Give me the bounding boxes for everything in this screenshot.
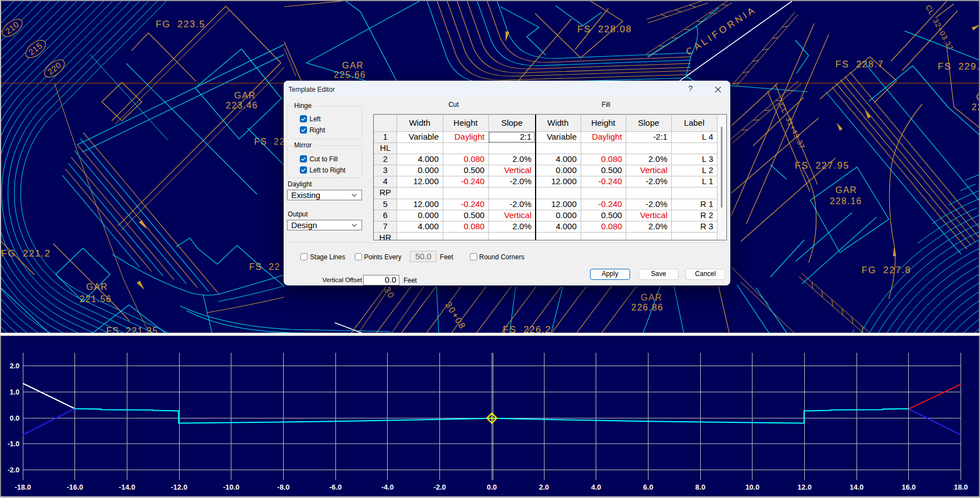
svg-text:FS 226.2: FS 226.2	[503, 324, 551, 333]
svg-text:GAR: GAR	[641, 293, 662, 302]
svg-text:G: G	[976, 92, 980, 102]
svg-text:GAR: GAR	[234, 91, 256, 100]
svg-text:6.0: 6.0	[643, 483, 653, 491]
svg-text:0.0: 0.0	[487, 483, 497, 491]
svg-text:2.0: 2.0	[10, 362, 19, 370]
svg-text:FS 227.95: FS 227.95	[795, 160, 849, 171]
svg-text:-16.0: -16.0	[67, 483, 83, 491]
svg-text:18.0: 18.0	[954, 483, 968, 491]
svg-text:FG 223.5: FG 223.5	[156, 19, 205, 29]
svg-text:12.0: 12.0	[798, 483, 811, 491]
svg-text:-1.0: -1.0	[7, 440, 19, 448]
svg-text:-14.0: -14.0	[119, 483, 136, 491]
svg-text:-8.0: -8.0	[277, 483, 289, 491]
svg-text:228.16: 228.16	[830, 196, 862, 206]
svg-text:16.0: 16.0	[902, 483, 915, 491]
svg-text:22: 22	[972, 102, 980, 112]
svg-text:FG 221.2: FG 221.2	[1, 248, 51, 259]
svg-text:-6.0: -6.0	[329, 483, 341, 491]
svg-text:225.66: 225.66	[334, 70, 366, 80]
svg-text:4.0: 4.0	[591, 483, 601, 491]
svg-text:0.0: 0.0	[10, 415, 19, 422]
svg-text:-4.0: -4.0	[382, 483, 394, 491]
svg-text:10.0: 10.0	[745, 483, 759, 491]
svg-text:-2.0: -2.0	[433, 483, 446, 491]
svg-text:2.0: 2.0	[539, 483, 549, 491]
svg-text:221.56: 221.56	[80, 294, 112, 304]
svg-text:FS 221.35: FS 221.35	[106, 326, 158, 333]
svg-text:FS 229.: FS 229.	[938, 61, 980, 72]
svg-text:FS 228.7: FS 228.7	[835, 59, 884, 70]
svg-text:8.0: 8.0	[695, 483, 705, 491]
svg-text:-18.0: -18.0	[14, 483, 31, 491]
svg-text:14.0: 14.0	[850, 483, 864, 491]
svg-text:-10.0: -10.0	[223, 483, 240, 491]
svg-text:-2.0: -2.0	[7, 466, 19, 474]
svg-text:FS 22: FS 22	[254, 137, 285, 146]
svg-text:-12.0: -12.0	[171, 483, 187, 491]
svg-text:FG 227.8: FG 227.8	[862, 265, 911, 275]
svg-text:FS 228.08: FS 228.08	[577, 24, 632, 34]
svg-text:GAR: GAR	[835, 185, 857, 195]
svg-text:FS 22: FS 22	[249, 262, 280, 272]
svg-text:1.0: 1.0	[10, 388, 19, 396]
svg-text:226.86: 226.86	[631, 303, 664, 312]
svg-text:GAR: GAR	[342, 61, 364, 70]
svg-text:223.46: 223.46	[226, 101, 258, 110]
svg-text:GAR: GAR	[86, 282, 108, 292]
